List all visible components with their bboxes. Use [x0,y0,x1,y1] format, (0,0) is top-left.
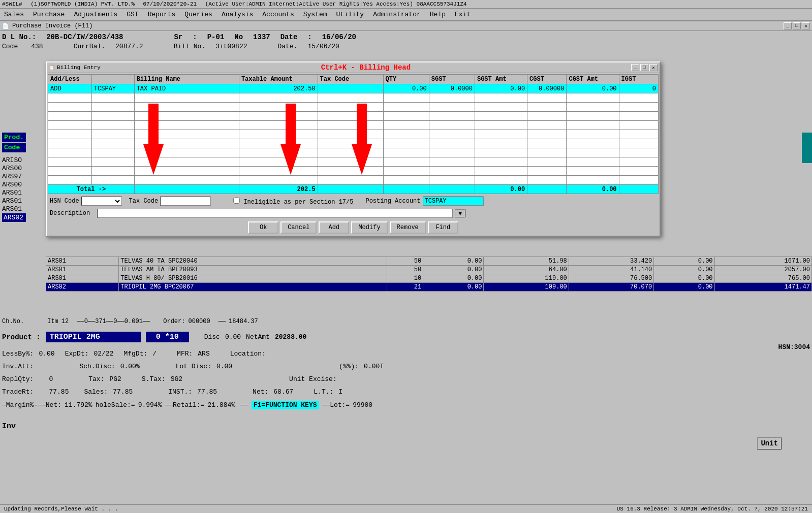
remove-button[interactable]: Remove [390,221,426,234]
product-row-1[interactable]: ARS01 TELVAS AM TA BPE20093 50 0.00 64.0… [46,266,812,274]
col-taxable-amount: Taxable Amount [239,75,318,84]
mfr-label: MFR: [177,350,193,358]
billing-row-empty-9 [48,167,659,176]
ineligible-checkbox[interactable] [233,197,240,204]
posting-account-label: Posting Account [365,198,420,205]
exp-dt-label: ExpDt: [65,350,89,358]
pr-v3-3: 70.070 [569,283,653,292]
hsn-code-input[interactable] [81,197,122,206]
menu-gst[interactable]: GST [127,11,138,18]
sidebar-code-5: ARS01 [2,189,26,197]
pr-v2-2: 119.00 [484,274,569,283]
menu-accounts[interactable]: Accounts [262,11,294,18]
product-rows-area: ARS01 TELVAS 40 TA SPC20040 50 0.00 51.9… [46,254,812,292]
company-name: (1)SOFTWORLD (INDIA) PVT. LTD.% [30,1,135,7]
menu-exit[interactable]: Exit [455,11,471,18]
row1-igst: 0 [619,84,658,93]
modal-maximize-button[interactable]: □ [640,64,648,71]
code-value: 438 [31,43,43,50]
menu-system[interactable]: System [303,11,327,18]
menu-utility[interactable]: Utility [336,11,364,18]
total-spacer3 [383,185,429,194]
trade-rt-value: 77.85 [49,388,69,396]
col-sgst: SGST [429,75,475,84]
right-sidebar-block [802,133,812,163]
menu-sales[interactable]: Sales [4,11,24,18]
sidebar-code-8: ARS02 [2,213,26,222]
minimize-button[interactable]: _ [784,22,792,29]
product-row-3[interactable]: ARS02 TRIOPIL 2MG BPC20067 21 0.00 109.0… [46,283,812,292]
menu-purchase[interactable]: Purchase [33,11,65,18]
modal-description-row: Description ▼ [47,207,660,219]
bill-no-label: Bill No. [174,43,205,50]
modify-button[interactable]: Modify [351,221,387,234]
row1-add-less: ADD [48,84,92,93]
col-add-less: Add/Less [48,75,92,84]
description-expand-button[interactable]: ▼ [455,209,465,217]
pr-code-0: ARS01 [46,257,119,266]
menu-help[interactable]: Help [430,11,446,18]
itm-label: Itm [47,318,58,325]
description-input[interactable] [97,209,453,218]
posting-account-input[interactable] [423,197,484,206]
col-tax-code: Tax Code [318,75,383,84]
code-label-left: Code [2,143,26,152]
billing-row-empty-1 [48,93,659,103]
maximize-button[interactable]: □ [793,22,801,29]
pr-v4-2: 0.00 [654,274,714,283]
order-label: Order: [163,318,185,325]
net-amt-value: 20288.00 [275,333,306,341]
billing-row-empty-2 [48,103,659,112]
col-qty: QTY [383,75,429,84]
hsn-code-label: HSN Code [50,198,79,205]
colon1: : [193,33,197,41]
ok-button[interactable]: Ok [248,221,278,234]
pr-v5-2: 765.00 [714,274,811,283]
add-button[interactable]: Add [319,221,349,234]
product-label: Product : [2,333,41,341]
billing-row-1[interactable]: ADD TCSPAY TAX PAID 202.50 0.00 0.0000 0… [48,84,659,93]
total-sgst-amt: 0.00 [475,185,527,194]
product-row-2[interactable]: ARS01 TELVAS H 80/ SPB20016 10 0.00 119.… [46,274,812,283]
sidebar-code-4: ARS00 [2,181,26,188]
total-spacer2 [318,185,383,194]
total-cgst-amt: 0.00 [567,185,619,194]
menu-reports[interactable]: Reports [148,11,176,18]
close-button[interactable]: ✕ [802,22,810,29]
inst-value: 77.85 [197,388,217,396]
lot-disc-value: 0.00 [216,363,232,370]
cancel-button[interactable]: Cancel [280,221,317,234]
pr-v1-0: 0.00 [423,257,484,266]
sidebar-code-3: ARS97 [2,173,26,180]
pr-qty-3: 21 [387,283,423,292]
code-label: Code [2,43,18,50]
inv-att-label: Inv.Att: [2,363,34,370]
exp-dt-value: 02/22 [93,350,113,358]
retail-value: 21.884% [207,401,235,409]
menu-analysis[interactable]: Analysis [222,11,253,18]
pr-qty-2: 10 [387,274,423,283]
tax-value: PG2 [109,375,121,383]
tax-code-label2: Tax Code [129,198,159,205]
ch-no-label: Ch.No. [2,318,24,325]
total-spacer1 [134,185,239,194]
lot-disc-label: Lot Disc: [176,363,211,370]
menu-queries[interactable]: Queries [184,11,212,18]
modal-controls: _ □ ✕ [631,64,658,71]
s-tax-label: S.Tax: [142,375,166,383]
row1-sgst: 0.0000 [429,84,475,93]
tax-code-input[interactable] [160,197,211,206]
inv-label: Inv [2,422,16,431]
disc-label: Disc [204,333,220,341]
find-button[interactable]: Find [428,221,458,234]
product-row-0[interactable]: ARS01 TELVAS 40 TA SPC20040 50 0.00 51.9… [46,257,812,266]
row1-taxable-amount: 202.50 [239,84,318,93]
repl-qty-value: 0 [49,375,53,383]
pr-v1-3: 0.00 [423,283,484,292]
modal-close-button[interactable]: ✕ [649,64,658,71]
menu-adjustments[interactable]: Adjustments [74,11,117,18]
unit-label: Unit [757,437,782,450]
pr-qty-1: 50 [387,266,423,274]
modal-minimize-button[interactable]: _ [631,64,639,71]
menu-administrator[interactable]: Adminstrator [373,11,421,18]
